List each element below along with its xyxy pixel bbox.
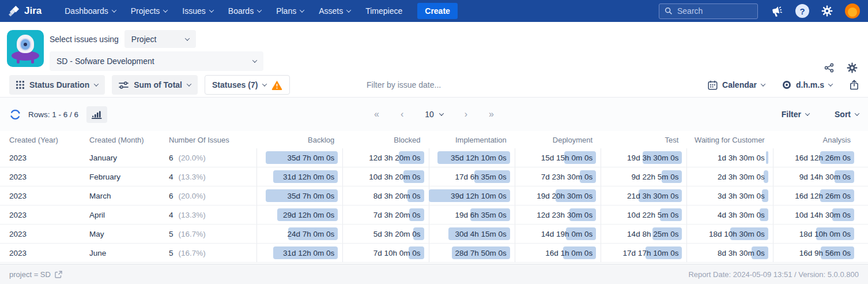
duration-text: 17d 6h 35m 0s bbox=[455, 173, 507, 181]
chevron-down-icon bbox=[187, 81, 191, 86]
jql-query-link[interactable]: project = SD bbox=[9, 270, 62, 279]
cell-duration: 12d 23h 30m 0s bbox=[515, 205, 601, 224]
page-size-select[interactable]: 10 bbox=[425, 110, 443, 119]
cell-duration: 9d 14h 30m 0s bbox=[773, 167, 859, 186]
chevron-down-icon bbox=[185, 36, 190, 40]
cell-month: June bbox=[89, 244, 169, 262]
issue-date-filter[interactable] bbox=[367, 80, 476, 90]
nav-item-label: Projects bbox=[131, 6, 160, 16]
chevron-down-icon bbox=[163, 8, 168, 12]
cell-duration: 7d 3h 20m 0s bbox=[342, 205, 428, 224]
filter-menu[interactable]: Filter bbox=[782, 110, 809, 119]
issue-date-filter-input[interactable] bbox=[367, 80, 476, 89]
column-header: Analysis bbox=[773, 136, 859, 144]
previous-page-button[interactable]: ‹ bbox=[401, 109, 403, 119]
first-page-button[interactable]: « bbox=[374, 109, 379, 119]
column-header: Blocked bbox=[342, 136, 428, 144]
issue-count-percent: (16.7%) bbox=[179, 230, 206, 238]
duration-text: 8d 3h 30m 0s bbox=[718, 249, 765, 257]
report-type-button[interactable]: Status Duration bbox=[9, 75, 105, 95]
duration-text: 18d 10h 0m 0s bbox=[799, 230, 851, 238]
cell-month: January bbox=[89, 148, 169, 167]
bar-chart-icon bbox=[92, 110, 103, 119]
cell-issue-count: 4(13.3%) bbox=[169, 167, 256, 186]
nav-item-label: Dashboards bbox=[65, 6, 108, 16]
help-icon[interactable]: ? bbox=[795, 4, 809, 18]
duration-text: 7d 3h 20m 0s bbox=[373, 211, 421, 219]
last-page-button[interactable]: » bbox=[489, 109, 494, 119]
issue-count-percent: (20.0%) bbox=[179, 154, 206, 162]
cell-issue-count: 6(20.0%) bbox=[169, 186, 256, 205]
project-select[interactable]: SD - Sofware Development bbox=[50, 51, 263, 71]
chevron-down-icon bbox=[252, 58, 257, 62]
table-row: 2023January6(20.0%)35d 7h 0m 0s12d 3h 20… bbox=[0, 148, 868, 167]
cell-duration: 29d 12h 0m 0s bbox=[256, 205, 342, 224]
cell-duration: 4d 3h 30m 0s bbox=[686, 205, 772, 224]
issue-source-select[interactable]: Project bbox=[124, 30, 196, 48]
report-toolbar: Status Duration Sum of Total Statuses (7… bbox=[0, 73, 868, 98]
cell-duration: 19d 3h 30m 0s bbox=[601, 148, 686, 167]
duration-text: 19d 20h 30m 0s bbox=[537, 192, 592, 200]
statuses-button[interactable]: Statuses (7) bbox=[205, 75, 290, 95]
duration-text: 10d 3h 20m 0s bbox=[369, 173, 420, 181]
search-input[interactable] bbox=[677, 6, 746, 16]
duration-text: 16d 12h 26m 0s bbox=[795, 154, 851, 162]
nav-item-boards[interactable]: Boards bbox=[228, 6, 261, 16]
share-icon[interactable] bbox=[824, 63, 834, 73]
cell-duration: 7d 23h 30m 0s bbox=[515, 167, 601, 186]
nav-item-assets[interactable]: Assets bbox=[319, 6, 350, 16]
nav-item-plans[interactable]: Plans bbox=[276, 6, 304, 16]
report-settings-icon[interactable] bbox=[847, 62, 858, 73]
chevron-down-icon bbox=[112, 8, 116, 12]
cell-month: February bbox=[89, 167, 169, 186]
nav-search[interactable] bbox=[659, 3, 758, 19]
nav-item-dashboards[interactable]: Dashboards bbox=[65, 6, 116, 16]
duration-text: 2d 3h 30m 0s bbox=[718, 173, 765, 181]
issue-count-value: 5 bbox=[169, 249, 173, 257]
cell-duration: 18d 10h 0m 0s bbox=[773, 225, 859, 243]
sort-menu[interactable]: Sort bbox=[835, 110, 859, 119]
duration-text: 24d 7h 0m 0s bbox=[287, 230, 334, 238]
nav-right-cluster: ? bbox=[659, 3, 860, 19]
cell-duration: 10d 22h 5m 0s bbox=[601, 205, 686, 224]
duration-text: 8d 3h 20m 0s bbox=[373, 192, 421, 200]
nav-item-label: Plans bbox=[276, 6, 296, 16]
announcements-icon[interactable] bbox=[770, 5, 783, 17]
report-header-row: Select issues using Project SD - Sofware… bbox=[0, 22, 868, 73]
timepiece-status-duration-report: Jira DashboardsProjectsIssuesBoardsPlans… bbox=[0, 0, 868, 284]
table-header-row: Created (Year)Created (Month)Number Of I… bbox=[0, 131, 868, 148]
grid-icon bbox=[16, 81, 24, 89]
export-icon[interactable] bbox=[850, 80, 859, 90]
column-header: Created (Month) bbox=[89, 136, 169, 144]
cell-duration: 16d 12h 26m 0s bbox=[773, 186, 859, 205]
cell-duration: 21d 3h 30m 0s bbox=[601, 186, 686, 205]
avatar[interactable] bbox=[845, 3, 860, 18]
create-button[interactable]: Create bbox=[417, 3, 458, 19]
calendar-selector[interactable]: Calendar bbox=[708, 80, 765, 90]
cell-duration: 24d 7h 0m 0s bbox=[256, 225, 342, 243]
aggregation-button[interactable]: Sum of Total bbox=[112, 75, 198, 95]
chart-view-button[interactable] bbox=[86, 106, 107, 123]
report-info: Report Date: 2024-05-09 13:51 / Version:… bbox=[688, 270, 859, 279]
cell-month: May bbox=[89, 225, 169, 243]
table-row: 2023February4(13.3%)31d 12h 0m 0s10d 3h … bbox=[0, 167, 868, 186]
time-format-selector[interactable]: d.h.m.s bbox=[782, 80, 832, 89]
next-page-button[interactable]: › bbox=[465, 109, 467, 119]
report-footer: project = SD Report Date: 2024-05-09 13:… bbox=[0, 264, 868, 284]
nav-item-timepiece[interactable]: Timepiece bbox=[365, 6, 402, 16]
nav-item-label: Boards bbox=[228, 6, 254, 16]
cell-duration: 39d 12h 10m 0s bbox=[429, 186, 515, 205]
calendar-label: Calendar bbox=[722, 80, 757, 89]
jira-logo[interactable]: Jira bbox=[8, 5, 41, 17]
duration-text: 19d 3h 30m 0s bbox=[627, 154, 678, 162]
chevron-down-icon bbox=[209, 8, 214, 12]
duration-text: 7d 10h 0m 0s bbox=[373, 249, 421, 257]
nav-item-issues[interactable]: Issues bbox=[182, 6, 213, 16]
duration-text: 12d 23h 30m 0s bbox=[537, 211, 592, 219]
column-header: Backlog bbox=[256, 136, 342, 144]
settings-icon[interactable] bbox=[821, 5, 833, 17]
issue-count-value: 5 bbox=[169, 230, 173, 238]
nav-item-projects[interactable]: Projects bbox=[131, 6, 168, 16]
duration-text: 18d 10h 30m 0s bbox=[709, 230, 765, 238]
refresh-icon[interactable] bbox=[9, 109, 21, 121]
